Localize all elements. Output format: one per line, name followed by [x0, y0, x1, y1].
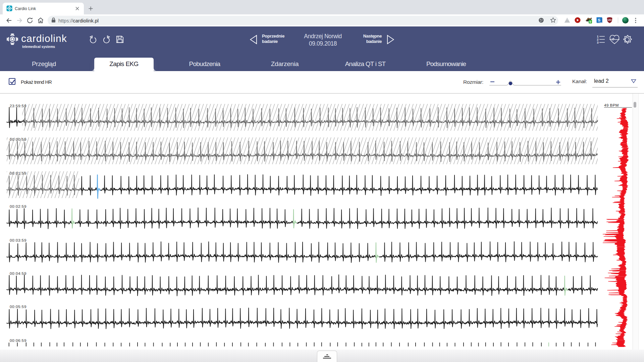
svg-text:00:02:59: 00:02:59 — [10, 204, 26, 208]
svg-text:00:03:59: 00:03:59 — [10, 238, 26, 242]
svg-text:0: 0 — [589, 20, 591, 23]
svg-text:49 BPM: 49 BPM — [604, 103, 619, 107]
svg-text:00:06:59: 00:06:59 — [10, 339, 26, 343]
svg-text:00:00:59: 00:00:59 — [10, 137, 26, 141]
svg-text:00:05:59: 00:05:59 — [10, 305, 26, 309]
svg-text:3: 3 — [597, 41, 599, 44]
svg-text:UO: UO — [608, 18, 611, 21]
svg-text:S: S — [598, 18, 600, 22]
svg-text:00:01:59: 00:01:59 — [10, 171, 26, 175]
svg-text:23:59:59: 23:59:59 — [10, 104, 26, 108]
svg-text:00:04:59: 00:04:59 — [10, 272, 26, 276]
